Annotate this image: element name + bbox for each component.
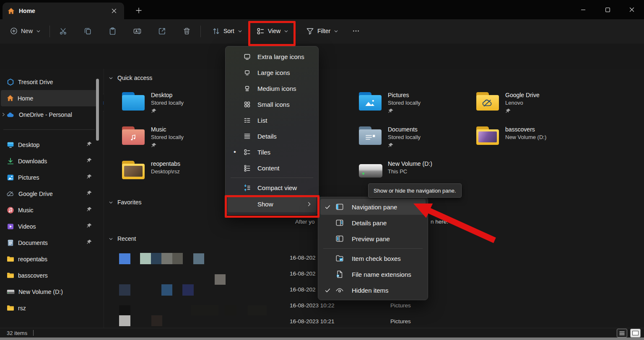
sort-button[interactable]: Sort [208,23,247,39]
menu-item-label: Content [257,165,280,172]
menu-item-label: Extra large icons [257,53,304,60]
section-quick-access[interactable]: Quick access [109,75,152,81]
collapse-chevron-icon[interactable] [109,76,113,80]
section-favorites[interactable]: Favorites [109,199,142,206]
preview-pane-icon [335,234,345,243]
tile-documents[interactable]: DocumentsStored locally [359,126,472,149]
new-button[interactable]: New [7,23,44,39]
filter-button[interactable]: Filter [302,23,343,39]
sidebar-item-google-drive[interactable]: Google Drive [1,185,97,202]
recent-file-thumbnail[interactable] [215,274,226,285]
tile-icon [122,91,145,112]
recent-file-thumbnail[interactable] [193,253,204,264]
menu-item-medium-icons[interactable]: Medium icons [228,80,316,96]
sidebar-item-home[interactable]: Home [1,90,97,106]
tile-desktop[interactable]: DesktopStored locally [122,91,235,115]
tile-pictures[interactable]: PicturesStored locally [359,91,472,115]
rename-button[interactable] [128,23,146,39]
tresorit-icon [7,78,14,86]
tile-google-drive[interactable]: Google DriveLenovo [476,91,589,115]
recent-file-thumbnail[interactable] [172,253,183,264]
recent-file-folder: Pictures [390,302,411,309]
tile-basscovers[interactable]: basscoversNew Volume (D:) [476,126,589,147]
sidebar-item-rsz[interactable]: rsz [1,300,97,316]
menu-item-list[interactable]: List [228,112,316,128]
submenu-item-navigation-pane[interactable]: Navigation pane [320,199,426,215]
recent-file-thumbnail[interactable] [119,315,130,326]
menu-item-label: Small icons [257,101,290,108]
details-view-toggle-button[interactable] [617,329,627,337]
tile-reopentabs[interactable]: reopentabsDesktop\rsz [122,160,235,181]
sidebar-item-music[interactable]: Music [1,202,97,218]
recent-file-thumbnail[interactable] [225,305,236,315]
submenu-item-details-pane[interactable]: Details pane [320,215,426,231]
section-recent[interactable]: Recent [109,235,136,242]
recent-file-thumbnail[interactable] [151,253,161,264]
pin-icon [86,157,92,165]
sidebar-item-desktop[interactable]: Desktop [1,137,97,153]
submenu-item-item-check-boxes[interactable]: Item check boxes [320,250,426,266]
cut-button[interactable] [54,23,72,39]
menu-item-label: Tiles [257,149,270,156]
menu-item-details[interactable]: Details [228,128,316,144]
maximize-button[interactable] [595,0,620,19]
sidebar-item-tresorit-drive[interactable]: Tresorit Drive [1,74,97,90]
sidebar-item-basscovers[interactable]: basscovers [1,267,97,283]
new-tab-button[interactable] [133,6,144,15]
expander-chevron-icon[interactable] [0,112,6,117]
menu-item-content[interactable]: Content [228,160,316,176]
menu-item-tiles[interactable]: •Tiles [228,144,316,160]
sidebar-item-videos[interactable]: Videos [1,218,97,234]
folder-icon [122,91,145,111]
sidebar-item-new-volume-d-[interactable]: New Volume (D:) [1,283,97,300]
recent-file-thumbnail[interactable] [119,305,130,316]
sidebar-item-downloads[interactable]: Downloads [1,153,97,169]
sidebar-item-pictures[interactable]: Pictures [1,169,97,185]
folder-icon [476,126,499,145]
menu-item-show[interactable]: Show [228,196,316,212]
tile-music[interactable]: MusicStored locally [122,126,235,149]
tile-new-volume-d-[interactable]: New Volume (D:)This PC [359,160,472,181]
chevron-down-icon [238,29,242,33]
recent-file-thumbnail[interactable] [248,305,267,315]
recent-file-thumbnail[interactable] [119,284,130,296]
delete-button[interactable] [177,23,196,39]
submenu-item-preview-pane[interactable]: Preview pane [320,231,426,247]
recent-file-thumbnail[interactable] [182,284,194,296]
recent-file-thumbnail[interactable] [191,305,218,315]
tab-home[interactable]: Home [3,3,124,19]
paste-button[interactable] [103,23,122,39]
recent-file-thumbnail[interactable] [161,253,172,264]
minimize-button[interactable] [571,0,595,19]
menu-item-large-icons[interactable]: Large icons [228,64,316,80]
sidebar-item-documents[interactable]: Documents [1,234,97,251]
window-close-button[interactable] [620,0,644,19]
tile-name: Pictures [388,92,421,98]
menu-item-compact-view[interactable]: Compact view [228,180,316,196]
collapse-chevron-icon[interactable] [109,237,113,241]
share-button[interactable] [153,23,171,39]
sidebar-item-reopentabs[interactable]: reopentabs [1,251,97,267]
recent-file-folder: Pictures [390,318,411,325]
sidebar-scrollbar[interactable] [96,79,99,141]
tile-icon [359,91,382,112]
see-more-button[interactable] [348,23,364,39]
copy-button[interactable] [78,23,97,39]
submenu-item-hidden-items[interactable]: Hidden items [320,282,426,298]
menu-item-small-icons[interactable]: Small icons [228,96,316,112]
tile-icon [476,126,500,147]
recent-file-thumbnail[interactable] [161,284,172,296]
collapse-chevron-icon[interactable] [109,200,113,205]
section-label: Quick access [117,75,152,81]
large-thumbnails-view-toggle-button[interactable] [630,329,641,337]
menu-separator [231,178,313,178]
recent-file-thumbnail[interactable] [119,253,130,264]
tab-close-icon[interactable] [109,6,119,16]
pin-icon [86,239,92,246]
recent-file-thumbnail[interactable] [151,315,162,326]
sidebar-item-onedrive-personal[interactable]: OneDrive - Personal [1,106,97,123]
recent-file-thumbnail[interactable] [140,253,151,264]
submenu-item-file-name-extensions[interactable]: File name extensions [320,266,426,282]
menu-item-extra-large-icons[interactable]: Extra large icons [228,49,316,64]
view-button[interactable]: View [252,23,293,39]
